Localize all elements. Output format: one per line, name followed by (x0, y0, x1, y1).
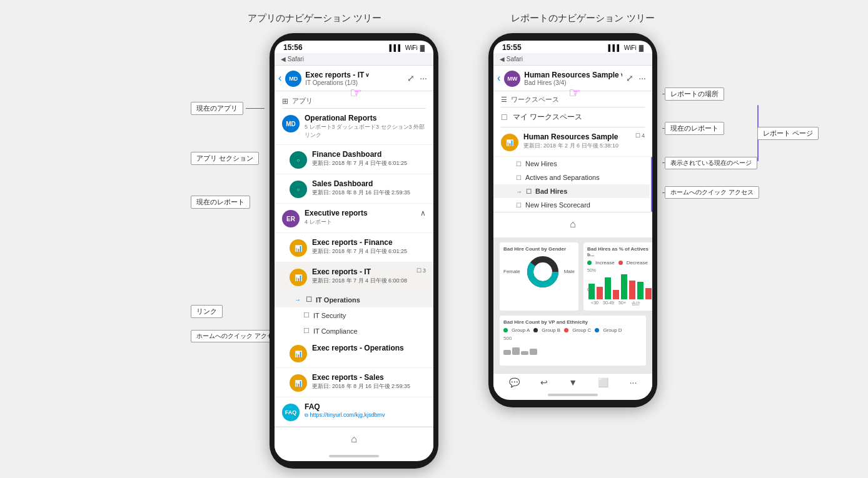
exec-it-badge: ☐ 3 (416, 267, 426, 274)
app-header-left[interactable]: ‹ MD Exec reports - IT ∨ IT Operations (… (275, 66, 433, 91)
workspace-icon: ☰ (501, 96, 507, 104)
exec-reports-it-item[interactable]: 📊 Exec reports - IT 更新日: 2018 年 7 月 4 日午… (275, 262, 433, 292)
page-new-hires[interactable]: ☐ New Hires (493, 157, 650, 171)
sales-dashboard-title: Sales Dashboard (312, 179, 426, 188)
it-security-page[interactable]: ☐ IT Security (275, 307, 433, 323)
exec-it-title: Exec reports - IT (312, 267, 411, 276)
scorecard-page-icon: ☐ (516, 202, 522, 209)
signal-icon: ▌▌▌ (389, 44, 402, 51)
chart-vp-title: Bad Hire Count by VP and Ethnicity (503, 319, 642, 325)
page-icon-1: ☐ (306, 296, 312, 304)
wifi-icon: WiFi (405, 44, 418, 51)
exec-sales-avatar: 📊 (290, 374, 307, 392)
more-icon[interactable]: ··· (420, 73, 427, 83)
chart-gender-title: Bad Hire Count by Gender (503, 246, 575, 252)
header-title-left: Exec reports - IT (305, 71, 364, 79)
comment-icon[interactable]: 💬 (509, 377, 520, 387)
page-actives[interactable]: ☐ Actives and Separations (493, 171, 650, 184)
new-hires-page-icon: ☐ (516, 161, 522, 167)
workspace-section: ☰ ワークスペース (493, 91, 652, 107)
exec-reports-ops-item[interactable]: 📊 Exec reports - Operations (275, 339, 433, 368)
page-scorecard[interactable]: ☐ New Hires Scorecard (493, 198, 650, 212)
nav-label-left: ⊞ アプリ (275, 91, 433, 108)
exec-reports-sales-item[interactable]: 📊 Exec reports - Sales 更新日: 2018 年 8 月 1… (275, 368, 433, 397)
more-toolbar-icon[interactable]: ··· (630, 377, 637, 387)
sales-dashboard-item[interactable]: ○ Sales Dashboard 更新日: 2018 年 8 月 16 日午後… (275, 174, 433, 204)
increase-dot (587, 261, 592, 265)
chart-y-label: 500 (503, 336, 642, 341)
hr-sample-report[interactable]: 📊 Human Resources Sample 更新日: 2018 年 2 月… (493, 127, 652, 157)
ann-report-location: レポートの場所 (665, 87, 724, 101)
exec-it-date: 更新日: 2018 年 7 月 4 日午後 6:00:08 (312, 277, 411, 285)
exec-finance-title: Exec reports - Finance (312, 238, 426, 247)
home-btn-left[interactable]: ⌂ (346, 432, 362, 446)
bad-hires-arrow: → (516, 188, 522, 195)
hr-report-date: 更新日: 2018 年 2 月 6 日午後 5:38:10 (523, 142, 630, 150)
executive-reports-title: Executive reports (305, 209, 415, 217)
ann-current-report-right: 現在のレポート (665, 122, 724, 135)
r-expand-icon[interactable]: ⤢ (626, 73, 633, 83)
filter-icon[interactable]: ▼ (568, 377, 577, 387)
faq-avatar: FAQ (282, 404, 300, 421)
bad-hires-label: Bad Hires (535, 187, 567, 195)
page-icon-3: ☐ (303, 327, 310, 335)
report-pages-bracket-line (651, 157, 652, 212)
right-time: 15:55 (502, 43, 522, 52)
chart-actives-title: Bad Hires as % of Actives b... (587, 246, 652, 257)
finance-dashboard-avatar: ○ (290, 151, 307, 169)
actives-page-icon: ☐ (516, 174, 522, 181)
r-more-icon[interactable]: ··· (638, 73, 646, 83)
executive-reports-subtitle: 4 レポート (305, 218, 415, 226)
ann-app-section: アプリ セクション (191, 152, 259, 165)
layout-icon[interactable]: ⬜ (598, 377, 608, 387)
my-workspace-item[interactable]: ☐ マイ ワークスペース (493, 107, 652, 127)
expand-icon[interactable]: ⤢ (407, 73, 415, 83)
it-compliance-page[interactable]: ☐ IT Compliance (275, 323, 433, 339)
sales-dashboard-date: 更新日: 2018 年 8 月 16 日午後 2:59:35 (312, 189, 426, 197)
safari-bar-right: ◀ Safari (493, 53, 652, 66)
scorecard-label: New Hires Scorecard (525, 201, 590, 209)
undo-icon[interactable]: ↩ (540, 377, 548, 387)
chart-vp-ethnicity: Bad Hire Count by VP and Ethnicity Group… (500, 316, 646, 366)
operational-reports-item[interactable]: MD Operational Reports 5 レポート3 ダッシュボード3 … (275, 109, 433, 145)
it-security-label: IT Security (313, 312, 346, 319)
group-d-label: Group D (603, 327, 622, 333)
ann-current-app: 現在のアプリ (191, 102, 243, 115)
back-btn-right[interactable]: ‹ (497, 72, 500, 84)
exec-reports-finance-item[interactable]: 📊 Exec reports - Finance 更新日: 2018 年 7 月… (275, 233, 433, 262)
decrease-dot (618, 261, 623, 265)
page-bad-hires[interactable]: → ☐ Bad Hires (493, 184, 650, 198)
safari-bar-left: ◀ Safari (275, 53, 433, 66)
group-b-dot (533, 328, 538, 332)
group-d-dot (595, 328, 599, 332)
decrease-label: Decrease (627, 260, 648, 266)
donut-svg (524, 254, 562, 289)
faq-item[interactable]: FAQ FAQ ⧉ https://tinyurl.com/kjg,kjsdbm… (275, 397, 433, 427)
home-btn-right[interactable]: ⌂ (565, 217, 581, 231)
battery-icon: ▓ (420, 44, 425, 51)
bottom-bar-left: ⌂ (275, 427, 433, 452)
operational-reports-subtitle: 5 レポート3 ダッシュボード3 セクション3 外部リンク (305, 123, 426, 139)
actives-label: Actives and Separations (525, 174, 600, 181)
app-header-right[interactable]: ‹ MW Human Resources Sample ∨ Bad Hires … (493, 66, 652, 91)
left-section-title: アプリのナビゲーション ツリー (248, 12, 381, 24)
finance-dashboard-item[interactable]: ○ Finance Dashboard 更新日: 2018 年 7 月 4 日午… (275, 145, 433, 174)
r-battery-icon: ▓ (639, 44, 643, 51)
exec-ops-title: Exec reports - Operations (312, 344, 426, 352)
header-title-right: Human Resources Sample (524, 71, 618, 79)
faq-url[interactable]: ⧉ https://tinyurl.com/kjg,kjsdbmv (305, 412, 426, 419)
it-operations-label: IT Operations (316, 296, 360, 304)
right-phone: 15:55 ▌▌▌ WiFi ▓ ◀ Safari ‹ MW (488, 33, 657, 407)
it-operations-page[interactable]: → ☐ IT Operations (275, 292, 433, 307)
ann-home-right: ホームへのクイック アクセス (665, 186, 759, 199)
back-btn-left[interactable]: ‹ (278, 72, 281, 84)
group-c-label: Group C (572, 327, 591, 333)
home-quick-access-right[interactable]: ⌂ (493, 212, 652, 237)
group-a-label: Group A (512, 327, 530, 333)
collapse-icon[interactable]: ∧ (420, 209, 426, 217)
new-hires-label: New Hires (525, 160, 557, 167)
chart-actives: Bad Hires as % of Actives b... Increase … (583, 242, 652, 311)
executive-reports-section[interactable]: ER Executive reports 4 レポート ∧ (275, 204, 433, 233)
er-avatar: ER (282, 210, 300, 227)
bottom-toolbar-right: 💬 ↩ ▼ ⬜ ··· (493, 373, 652, 391)
